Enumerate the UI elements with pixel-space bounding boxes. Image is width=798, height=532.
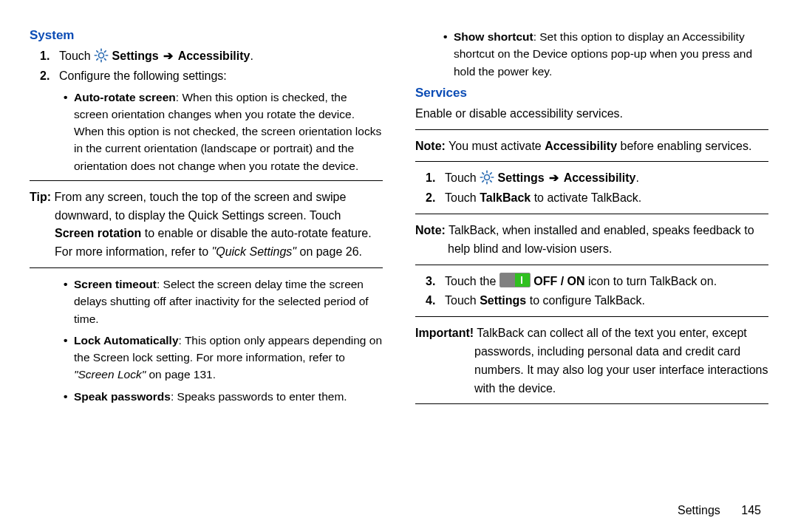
page-number: 145 (741, 504, 761, 516)
divider (30, 267, 383, 268)
services-intro: Enable or disable accessibility services… (415, 105, 768, 123)
top-bullets: Show shortcut: Set this option to displa… (415, 28, 768, 80)
bullet-lock-automatically: Lock Automatically: This option only app… (30, 332, 383, 383)
system-heading: System (30, 28, 383, 43)
divider (415, 214, 768, 214)
services-steps-2: 3. Touch the OFF / ON icon to turn TalkB… (415, 273, 768, 311)
services-steps-1: 1. Touch Settings ➔ Accessibility. 2. To… (415, 169, 768, 208)
services-step-3: 3. Touch the OFF / ON icon to turn TalkB… (415, 273, 768, 291)
services-step-1: 1. Touch Settings ➔ Accessibility. (415, 169, 768, 188)
settings-icon (480, 170, 494, 185)
toggle-icon (499, 273, 531, 287)
bullet-auto-rotate: Auto-rotate screen: When this option is … (30, 89, 383, 174)
divider (415, 403, 768, 404)
settings-icon (94, 48, 109, 63)
system-bullets-2: Screen timeout: Select the screen delay … (30, 276, 383, 405)
important-block: Important! TalkBack can collect all of t… (415, 324, 768, 398)
step-2: 2. Configure the following settings: (30, 67, 383, 86)
bullet-speak-passwords: Speak passwords: Speaks passwords to ent… (30, 388, 383, 405)
bullet-screen-timeout: Screen timeout: Select the screen delay … (30, 276, 383, 327)
services-heading: Services (415, 86, 768, 100)
services-step-4: 4. Touch Settings to configure TalkBack. (415, 292, 768, 310)
system-steps: 1. Touch Settings ➔ Accessibility. 2. Co… (30, 47, 383, 86)
right-column: Show shortcut: Set this option to displa… (399, 28, 768, 532)
bullet-show-shortcut: Show shortcut: Set this option to displa… (415, 28, 768, 80)
manual-page: System 1. Touch Settings ➔ Accessibility… (0, 0, 798, 532)
tip-block: Tip: From any screen, touch the top of t… (30, 188, 383, 262)
note-2: Note: TalkBack, when installed and enabl… (415, 222, 768, 259)
divider (415, 161, 768, 162)
divider (415, 129, 768, 130)
divider (415, 316, 768, 317)
step-1: 1. Touch Settings ➔ Accessibility. (30, 47, 383, 66)
services-step-2: 2. Touch TalkBack to activate TalkBack. (415, 189, 768, 208)
divider (415, 265, 768, 265)
page-footer: Settings 145 (678, 504, 761, 517)
note-1: Note: You must activate Accessibility be… (415, 137, 768, 156)
footer-section: Settings (678, 504, 720, 516)
left-column: System 1. Touch Settings ➔ Accessibility… (30, 28, 399, 532)
system-bullets-1: Auto-rotate screen: When this option is … (30, 89, 383, 174)
divider (30, 180, 383, 181)
